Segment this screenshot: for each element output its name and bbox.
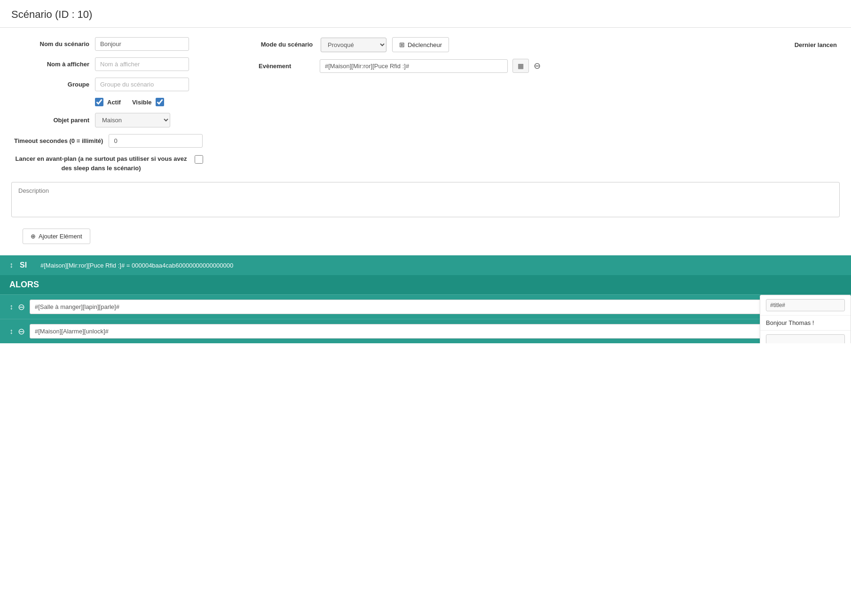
display-name-input[interactable] <box>95 57 189 71</box>
mode-label: Mode du scénario <box>259 40 315 49</box>
si-block: ↕ SI #[Maison][Mir:ror][Puce Rfid :]# = … <box>0 255 851 275</box>
alors-header: ALORS <box>0 275 851 294</box>
alors-popup-1: Bonjour Thomas ! <box>760 295 851 343</box>
trigger-label: Déclencheur <box>408 41 442 48</box>
si-drag-icon[interactable]: ↕ <box>9 261 13 269</box>
description-textarea[interactable] <box>18 187 833 211</box>
objet-parent-label: Objet parent <box>14 117 89 124</box>
group-input[interactable] <box>95 78 189 91</box>
alors-rows-container: ↕ ⊖ ▦ Bonjour Thomas ! ↕ ⊖ ▦ <box>0 294 851 343</box>
popup-extra-row <box>760 331 851 343</box>
popup-title-input[interactable] <box>766 299 845 311</box>
objet-parent-select[interactable]: Maison <box>95 113 170 127</box>
alors-minus-2[interactable]: ⊖ <box>18 326 25 337</box>
foreground-row: Lancer en avant-plan (a ne surtout pas u… <box>14 154 230 173</box>
table-icon: ▦ <box>518 62 524 70</box>
scenario-name-input[interactable] <box>95 37 189 51</box>
event-label: Evènement <box>259 63 315 70</box>
right-column: Mode du scénario Provoqué Programmé Décl… <box>230 37 837 173</box>
visible-label: Visible <box>132 99 152 106</box>
add-element-button[interactable]: ⊕ Ajouter Elément <box>23 229 90 244</box>
add-element-icon: ⊕ <box>31 233 36 240</box>
objet-parent-row: Objet parent Maison <box>14 113 230 127</box>
alors-input-1[interactable] <box>30 300 820 314</box>
popup-title-row <box>760 295 851 316</box>
popup-message-row: Bonjour Thomas ! <box>760 316 851 331</box>
event-input[interactable] <box>320 59 508 73</box>
foreground-checkbox[interactable] <box>195 155 203 164</box>
visible-checkbox[interactable] <box>156 98 164 106</box>
alors-row-2: ↕ ⊖ ▦ <box>0 319 851 343</box>
group-label: Groupe <box>14 81 89 88</box>
plus-icon: ⊞ <box>399 41 405 48</box>
description-area <box>11 182 840 217</box>
event-row: Evènement ▦ ⊖ <box>259 59 837 73</box>
checkbox-row: Actif Visible <box>95 98 230 106</box>
timeout-label: Timeout secondes (0 = illimité) <box>14 134 103 145</box>
mode-row: Mode du scénario Provoqué Programmé Décl… <box>259 37 837 52</box>
group-row: Groupe <box>14 78 230 91</box>
popup-extra-input[interactable] <box>766 334 845 343</box>
foreground-label: Lancer en avant-plan (a ne surtout pas u… <box>14 154 188 173</box>
page-title: Scénario (ID : 10) <box>0 0 851 28</box>
popup-message-text: Bonjour Thomas ! <box>766 319 814 326</box>
alors-drag-icon-2[interactable]: ↕ <box>9 327 13 336</box>
timeout-row: Timeout secondes (0 = illimité) <box>14 134 230 148</box>
alors-drag-icon-1[interactable]: ↕ <box>9 303 13 311</box>
dernier-label: Dernier lancen <box>795 41 837 48</box>
scenario-name-row: Nom du scénario <box>14 37 230 51</box>
event-table-button[interactable]: ▦ <box>512 59 529 73</box>
actif-checkbox[interactable] <box>95 98 103 106</box>
add-element-container: ⊕ Ajouter Elément <box>0 217 851 255</box>
left-column: Nom du scénario Nom à afficher Groupe Ac… <box>14 37 230 173</box>
alors-input-2[interactable] <box>30 324 820 339</box>
alors-minus-1[interactable]: ⊖ <box>18 302 25 312</box>
mode-select[interactable]: Provoqué Programmé Déclencheur <box>321 38 386 52</box>
timeout-input[interactable] <box>109 134 203 148</box>
add-element-label: Ajouter Elément <box>39 233 82 240</box>
actif-checkbox-label: Actif <box>95 98 121 106</box>
trigger-button[interactable]: ⊞ Déclencheur <box>392 37 449 52</box>
visible-checkbox-label: Visible <box>132 98 164 106</box>
form-section: Nom du scénario Nom à afficher Groupe Ac… <box>0 28 851 182</box>
si-label: SI <box>20 261 34 269</box>
alors-row-1: ↕ ⊖ ▦ Bonjour Thomas ! <box>0 294 851 319</box>
scenario-name-label: Nom du scénario <box>14 40 89 47</box>
event-remove-button[interactable]: ⊖ <box>534 61 541 71</box>
si-condition: #[Maison][Mir:ror][Puce Rfid :]# = 00000… <box>40 262 233 269</box>
display-name-row: Nom à afficher <box>14 57 230 71</box>
display-name-label: Nom à afficher <box>14 61 89 68</box>
actif-label: Actif <box>107 99 121 106</box>
